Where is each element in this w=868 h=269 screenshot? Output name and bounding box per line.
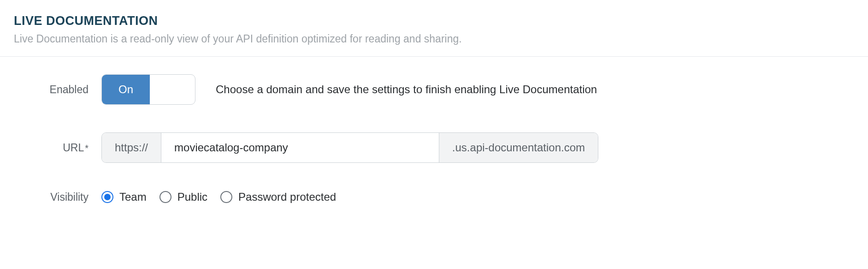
radio-password[interactable]: Password protected xyxy=(220,191,336,203)
radio-team-dot xyxy=(104,194,111,200)
url-suffix: .us.api-documentation.com xyxy=(439,133,598,162)
visibility-radio-group: Team Public Password protected xyxy=(101,191,336,203)
radio-password-circle xyxy=(220,191,232,203)
enabled-helper: Choose a domain and save the settings to… xyxy=(216,83,597,96)
row-enabled: Enabled On Choose a domain and save the … xyxy=(14,74,854,105)
radio-team-circle xyxy=(101,191,113,203)
radio-team-label: Team xyxy=(119,191,147,203)
radio-password-label: Password protected xyxy=(238,191,336,203)
radio-public[interactable]: Public xyxy=(159,191,207,203)
row-url: URL* https:// .us.api-documentation.com xyxy=(14,132,854,163)
enabled-toggle[interactable]: On xyxy=(101,74,195,105)
section-description: Live Documentation is a read-only view o… xyxy=(14,33,854,45)
url-input[interactable] xyxy=(161,133,439,162)
url-prefix: https:// xyxy=(102,133,161,162)
radio-public-circle xyxy=(159,191,171,203)
row-visibility: Visibility Team Public xyxy=(14,191,854,203)
toggle-on-label: On xyxy=(102,75,150,104)
visibility-label: Visibility xyxy=(14,191,101,203)
url-group: https:// .us.api-documentation.com xyxy=(101,132,598,163)
url-label: URL* xyxy=(14,142,101,154)
radio-public-label: Public xyxy=(177,191,207,203)
enabled-label: Enabled xyxy=(14,84,101,96)
radio-team[interactable]: Team xyxy=(101,191,147,203)
required-star: * xyxy=(85,143,89,153)
section-title: LIVE DOCUMENTATION xyxy=(14,14,854,28)
url-label-text: URL xyxy=(63,142,84,154)
